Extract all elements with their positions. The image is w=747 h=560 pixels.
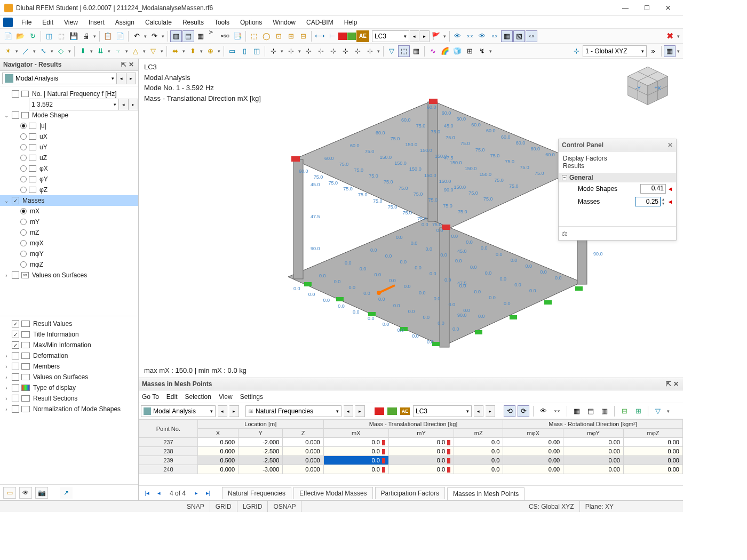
nav-values-surfaces[interactable]: › xx Values on Surfaces — [0, 270, 138, 281]
flagx-icon[interactable]: 🚩 — [430, 30, 442, 42]
tab-effmass[interactable]: Effective Modal Masses — [293, 487, 373, 499]
lt-link2[interactable]: ⟳ — [518, 405, 529, 417]
graph4-icon[interactable]: ⊞ — [464, 45, 475, 57]
navlow-3[interactable]: ›Deformation — [0, 350, 138, 361]
lm-view[interactable]: View — [219, 393, 233, 401]
panel1-icon[interactable]: ▥ — [170, 30, 182, 42]
status-snap[interactable]: SNAP — [181, 501, 210, 512]
table-row[interactable]: 2380.000-2.5000.0000.00.00.00.000.000.00 — [139, 447, 683, 456]
grid-icon[interactable]: ▦ — [501, 30, 513, 42]
nav-mode-|u|[interactable]: |u| — [0, 121, 138, 131]
cp-group-header[interactable]: −General — [559, 173, 676, 182]
lc2-prev[interactable]: ◂ — [344, 405, 353, 417]
col-x[interactable]: X — [197, 429, 238, 438]
paste-icon[interactable]: 📄 — [114, 30, 126, 42]
misc5-icon[interactable]: ⊹ — [327, 45, 339, 57]
cancel-icon[interactable]: ✖ — [664, 30, 676, 42]
pg-last[interactable]: ▸| — [203, 488, 213, 499]
lc3-prev[interactable]: ◂ — [474, 405, 483, 417]
status-osnap[interactable]: OSNAP — [268, 501, 301, 512]
nav-btn2[interactable]: 👁 — [19, 487, 32, 499]
modeshape-check[interactable] — [12, 111, 19, 119]
misc1-icon[interactable]: ⊹ — [267, 45, 279, 57]
maximize-button[interactable]: ☐ — [636, 1, 657, 15]
nav-mass-mZ[interactable]: mZ — [0, 227, 138, 238]
navlow-check[interactable] — [12, 395, 19, 402]
misc4-icon[interactable]: ⊹ — [315, 45, 327, 57]
menu-edit[interactable]: Edit — [37, 17, 59, 28]
redo-icon[interactable]: ↷ — [148, 30, 160, 42]
masses-expand[interactable]: ⌄ — [3, 198, 10, 204]
xxx-box-icon[interactable]: x.x — [526, 30, 537, 42]
tool-b-icon[interactable]: ⬍ — [187, 45, 198, 57]
block-icon[interactable]: ◫ — [43, 30, 55, 42]
navlow-check[interactable] — [12, 384, 19, 391]
mode-radio[interactable] — [20, 187, 27, 193]
col-mpz[interactable]: mφZ — [623, 429, 682, 438]
menu-tools[interactable]: Tools — [209, 17, 235, 28]
menu-window[interactable]: Window — [267, 17, 301, 28]
navlow-check[interactable] — [12, 405, 19, 413]
col-pointno[interactable]: Point No. — [139, 420, 198, 438]
nav-mass-mφZ[interactable]: mφZ — [0, 259, 138, 270]
misc8-icon[interactable]: ⊹ — [364, 45, 376, 57]
print-icon[interactable]: 🖨 — [80, 30, 92, 42]
sup1-icon[interactable]: △ — [130, 45, 141, 57]
freq-check[interactable] — [12, 90, 19, 98]
view-iso-icon[interactable]: ⬚ — [398, 45, 410, 57]
nav-masses[interactable]: ⌄ Masses — [0, 195, 138, 206]
navlow-check[interactable] — [12, 331, 19, 338]
loadcase-combo[interactable]: LC3▾ — [372, 30, 409, 42]
frame2-icon[interactable]: ▯ — [239, 45, 250, 57]
load1-icon[interactable]: ⬇ — [77, 45, 89, 57]
navlow-7[interactable]: ›Result Sections — [0, 393, 138, 404]
modeshape-expand[interactable]: ⌄ — [3, 113, 10, 118]
lt-exp1[interactable]: ⊟ — [618, 405, 630, 417]
navlow-check[interactable] — [12, 363, 19, 370]
navlow-check[interactable] — [12, 352, 19, 359]
mass-radio[interactable] — [20, 219, 27, 225]
lower-pin-icon[interactable]: ⇱ — [665, 380, 672, 388]
panel-close-icon[interactable]: ✕ — [128, 61, 135, 68]
undo-icon[interactable]: ↶ — [131, 30, 142, 42]
navlow-0[interactable]: Result Values — [0, 318, 138, 329]
xxx2-icon[interactable]: x.x — [489, 30, 500, 42]
load3-icon[interactable]: ⫟ — [112, 45, 124, 57]
graph2-icon[interactable]: 🌈 — [439, 45, 451, 57]
pg-first[interactable]: |◂ — [142, 488, 153, 499]
mass-radio[interactable] — [20, 208, 27, 214]
tab-massmesh[interactable]: Masses in Mesh Points — [447, 487, 525, 500]
cp-close-icon[interactable]: ✕ — [667, 141, 673, 149]
sel-cross-icon[interactable]: ⊞ — [285, 30, 297, 42]
tab-partfact[interactable]: Participation Factors — [375, 487, 445, 499]
menu-results[interactable]: Results — [177, 17, 209, 28]
col-mpx[interactable]: mφX — [503, 429, 563, 438]
lower-combo2[interactable]: ≋Natural Frequencies▾ — [245, 405, 341, 417]
menu-help[interactable]: Help — [339, 17, 363, 28]
star1-icon[interactable]: ✴ — [2, 45, 14, 57]
menu-assign[interactable]: Assign — [110, 17, 140, 28]
col-mz[interactable]: mZ — [454, 429, 503, 438]
nav-mass-mX[interactable]: mX — [0, 206, 138, 217]
status-grid[interactable]: GRID — [210, 501, 237, 512]
mode-radio[interactable] — [20, 155, 27, 161]
analysis-combo[interactable]: Modal Analysis▾ — [2, 73, 117, 84]
frame3-icon[interactable]: ◫ — [251, 45, 263, 57]
sel-rect-icon[interactable]: ⬚ — [248, 30, 260, 42]
balance-icon[interactable]: ⚖ — [562, 230, 568, 237]
navlow-check[interactable] — [12, 341, 19, 349]
lc3-next[interactable]: ▸ — [486, 405, 495, 417]
lc-prev[interactable]: ◂ — [410, 30, 419, 42]
mode-radio[interactable] — [20, 133, 27, 140]
ae-chip[interactable]: AE — [356, 30, 369, 42]
vs-check[interactable] — [12, 271, 19, 279]
mass-radio[interactable] — [20, 229, 27, 236]
lm-edit[interactable]: Edit — [166, 393, 178, 401]
line1-icon[interactable]: ／ — [20, 45, 31, 57]
sup2-icon[interactable]: ▽ — [147, 45, 159, 57]
eye1-icon[interactable]: 👁 — [452, 30, 464, 42]
cp-modeshapes-value[interactable]: 0.41 — [640, 184, 666, 194]
col-my[interactable]: mY — [388, 429, 454, 438]
lc2-next[interactable]: ▸ — [355, 405, 365, 417]
shape1-icon[interactable]: ◇ — [55, 45, 67, 57]
